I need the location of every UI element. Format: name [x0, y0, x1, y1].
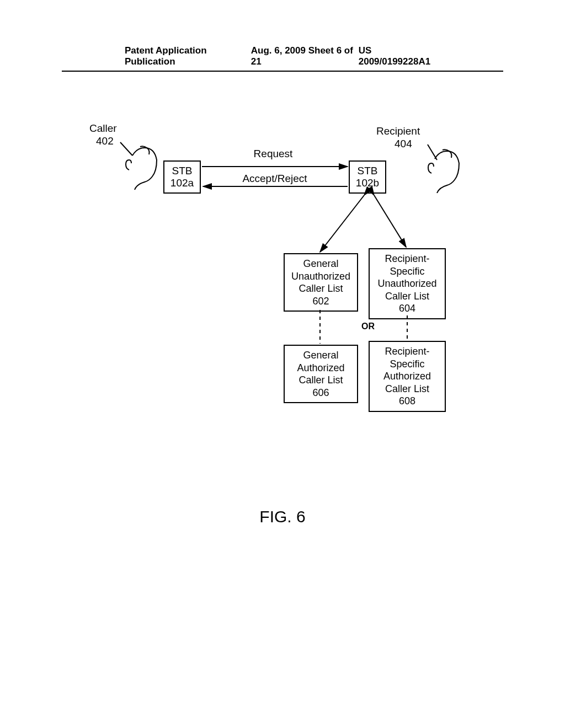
- ra-l4: Caller List: [373, 383, 441, 395]
- figure-caption: FIG. 6: [0, 507, 565, 526]
- svg-line-4: [320, 195, 364, 252]
- stb-left-line1: STB: [169, 165, 195, 177]
- caller-label: Caller: [89, 122, 117, 135]
- general-unauthorized-box: General Unauthorized Caller List 602: [284, 253, 358, 312]
- gu-l4: 602: [288, 295, 354, 308]
- recipient-head-icon: [428, 149, 459, 193]
- stb-left-line2: 102a: [169, 177, 195, 189]
- request-label: Request: [223, 148, 323, 160]
- header-center: Aug. 6, 2009 Sheet 6 of 21: [251, 45, 359, 67]
- ru-l1: Recipient-: [373, 253, 441, 265]
- ru-l3: Unauthorized: [373, 277, 441, 290]
- stb-right-line1: STB: [354, 165, 381, 177]
- svg-line-1: [428, 144, 437, 160]
- gu-l1: General: [288, 258, 354, 270]
- ra-l5: 608: [373, 395, 441, 408]
- caller-ref-number: 402: [96, 135, 114, 147]
- ra-l1: Recipient-: [373, 345, 441, 358]
- recipient-unauthorized-box: Recipient- Specific Unauthorized Caller …: [369, 248, 446, 319]
- ga-l1: General: [288, 349, 354, 362]
- header-right: US 2009/0199228A1: [359, 45, 440, 67]
- stb-left-box: STB 102a: [163, 160, 201, 194]
- ga-l4: 606: [288, 387, 354, 399]
- figure-diagram: Caller 402 Recipient 404 STB 102a STB 10…: [0, 83, 565, 579]
- ga-l2: Authorized: [288, 362, 354, 374]
- ru-l4: Caller List: [373, 290, 441, 303]
- svg-line-5: [374, 195, 406, 247]
- stb-right-box: STB 102b: [349, 160, 386, 194]
- ru-l5: 604: [373, 302, 441, 315]
- gu-l3: Caller List: [288, 282, 354, 295]
- recipient-label: Recipient: [376, 125, 420, 137]
- ra-l2: Specific: [373, 358, 441, 371]
- recipient-ref-number: 404: [395, 138, 412, 150]
- caller-head-icon: [126, 146, 157, 190]
- svg-line-0: [120, 142, 132, 156]
- page-header: Patent Application Publication Aug. 6, 2…: [62, 45, 503, 72]
- general-authorized-box: General Authorized Caller List 606: [284, 345, 358, 403]
- accept-reject-label: Accept/Reject: [214, 173, 335, 185]
- recipient-authorized-box: Recipient- Specific Authorized Caller Li…: [369, 341, 446, 412]
- gu-l2: Unauthorized: [288, 270, 354, 283]
- ra-l3: Authorized: [373, 370, 441, 383]
- stb-right-line2: 102b: [354, 177, 381, 189]
- header-left: Patent Application Publication: [125, 45, 251, 67]
- ga-l3: Caller List: [288, 374, 354, 387]
- ru-l2: Specific: [373, 265, 441, 278]
- or-label: OR: [361, 322, 375, 331]
